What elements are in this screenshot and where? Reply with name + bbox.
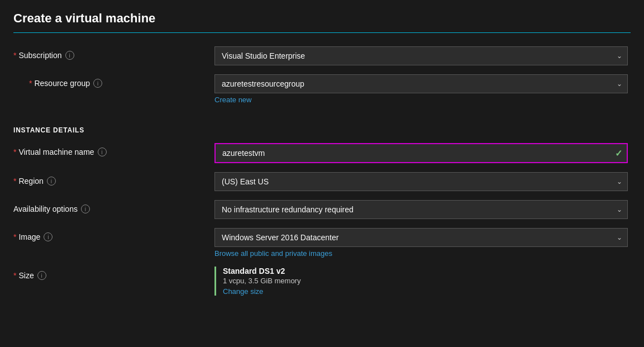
region-info-icon[interactable]: i (47, 177, 56, 186)
image-dropdown-container: Windows Server 2016 Datacenter ⌄ (214, 228, 628, 247)
region-dropdown-container: (US) East US ⌄ (214, 172, 628, 191)
resource-group-required-star: * (29, 79, 32, 88)
vm-name-check-icon: ✓ (615, 148, 622, 159)
page-title: Create a virtual machine (13, 11, 631, 26)
vm-name-control-col: ✓ (214, 143, 628, 163)
availability-options-label: Availability options (13, 205, 78, 213)
vm-name-input-container: ✓ (214, 143, 628, 163)
resource-group-info-icon[interactable]: i (93, 79, 102, 88)
availability-options-row: Availability options i No infrastructure… (13, 200, 628, 219)
instance-details-spacer (13, 113, 214, 117)
subscription-select[interactable]: Visual Studio Enterprise (214, 46, 628, 65)
resource-group-row: * Resource group i azuretestresourcegrou… (13, 74, 628, 104)
resource-group-label: Resource group (34, 79, 90, 88)
form-section: * Subscription i Visual Studio Enterpris… (13, 46, 628, 296)
subscription-info-icon[interactable]: i (65, 51, 74, 60)
create-new-link[interactable]: Create new (214, 96, 628, 104)
subscription-row: * Subscription i Visual Studio Enterpris… (13, 46, 628, 65)
size-label: Size (18, 271, 34, 280)
vm-name-label: Virtual machine name (18, 148, 94, 156)
region-label: Region (18, 177, 43, 186)
size-detail: 1 vcpu, 3.5 GiB memory (223, 277, 628, 285)
subscription-label-col: * Subscription i (13, 46, 214, 60)
size-row: * Size i Standard DS1 v2 1 vcpu, 3.5 GiB… (13, 267, 628, 296)
vm-name-input[interactable] (214, 143, 628, 163)
subscription-label: Subscription (18, 51, 61, 60)
size-control-col: Standard DS1 v2 1 vcpu, 3.5 GiB memory C… (214, 267, 628, 296)
vm-name-label-col: * Virtual machine name i (13, 143, 214, 156)
region-row: * Region i (US) East US ⌄ (13, 172, 628, 191)
image-label: Image (18, 232, 40, 241)
instance-details-header: INSTANCE DETAILS (13, 126, 628, 134)
availability-options-select[interactable]: No infrastructure redundancy required (214, 200, 628, 219)
vm-name-required-star: * (13, 148, 16, 156)
size-name: Standard DS1 v2 (223, 267, 628, 275)
browse-images-link[interactable]: Browse all public and private images (214, 249, 332, 258)
size-required-star: * (13, 271, 16, 280)
resource-group-dropdown-container: azuretestresourcegroup ⌄ (214, 74, 628, 93)
region-label-col: * Region i (13, 172, 214, 186)
availability-options-info-icon[interactable]: i (81, 205, 90, 213)
resource-group-wrapper: azuretestresourcegroup ⌄ Create new (214, 74, 628, 104)
vm-name-row: * Virtual machine name i ✓ (13, 143, 628, 163)
subscription-dropdown-container: Visual Studio Enterprise ⌄ (214, 46, 628, 65)
image-row: * Image i Windows Server 2016 Datacenter… (13, 228, 628, 258)
resource-group-label-col: * Resource group i (13, 74, 214, 88)
image-label-col: * Image i (13, 228, 214, 241)
availability-options-control-col: No infrastructure redundancy required ⌄ (214, 200, 628, 219)
instance-details-header-row (13, 113, 628, 117)
image-control-col: Windows Server 2016 Datacenter ⌄ Browse … (214, 228, 628, 258)
page-container: Create a virtual machine * Subscription … (0, 0, 644, 347)
resource-group-select[interactable]: azuretestresourcegroup (214, 74, 628, 93)
image-select[interactable]: Windows Server 2016 Datacenter (214, 228, 628, 247)
subscription-required-star: * (13, 51, 16, 60)
region-control-col: (US) East US ⌄ (214, 172, 628, 191)
resource-group-control-col: azuretestresourcegroup ⌄ Create new (214, 74, 628, 104)
image-info-icon[interactable]: i (44, 232, 53, 241)
size-display: Standard DS1 v2 1 vcpu, 3.5 GiB memory C… (214, 267, 628, 296)
vm-name-info-icon[interactable]: i (98, 148, 107, 156)
availability-options-dropdown-container: No infrastructure redundancy required ⌄ (214, 200, 628, 219)
availability-options-label-col: Availability options i (13, 200, 214, 213)
top-divider (13, 32, 631, 33)
image-required-star: * (13, 232, 16, 241)
size-info-icon[interactable]: i (37, 271, 46, 280)
subscription-control-col: Visual Studio Enterprise ⌄ (214, 46, 628, 65)
size-label-col: * Size i (13, 267, 214, 280)
region-select[interactable]: (US) East US (214, 172, 628, 191)
change-size-link[interactable]: Change size (223, 287, 628, 296)
region-required-star: * (13, 177, 16, 186)
